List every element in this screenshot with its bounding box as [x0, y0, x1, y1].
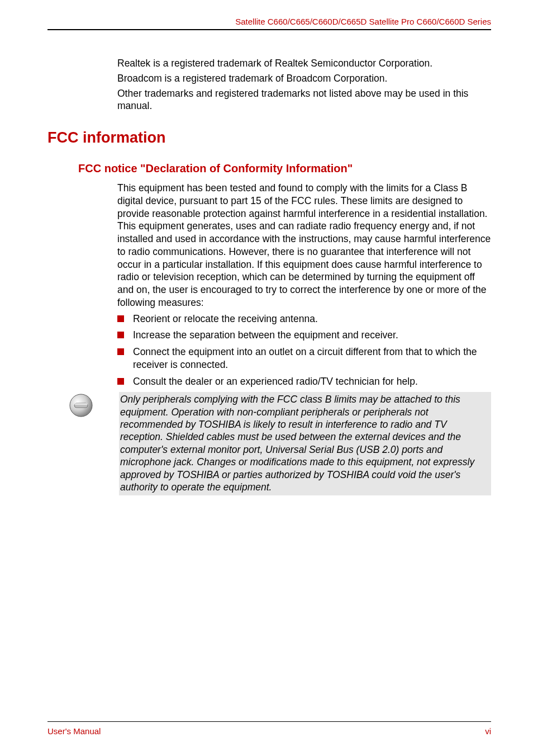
footer-page-number: vi: [485, 726, 491, 736]
page-header: Satellite C660/C665/C660D/C665D Satellit…: [47, 17, 491, 30]
list-item: Consult the dealer or an experienced rad…: [117, 375, 491, 388]
trademark-broadcom: Broadcom is a registered trademark of Br…: [117, 72, 491, 85]
page-footer: User's Manual vi: [47, 721, 491, 736]
svg-rect-2: [74, 403, 88, 405]
trademark-other: Other trademarks and registered trademar…: [117, 87, 491, 113]
fcc-subheading: FCC notice "Declaration of Conformity In…: [78, 162, 491, 175]
list-item: Connect the equipment into an outlet on …: [117, 346, 491, 371]
product-line-text: Satellite C660/C665/C660D/C665D Satellit…: [235, 17, 491, 26]
note-block: Only peripherals complying with the FCC …: [47, 392, 491, 495]
list-item: Reorient or relocate the receiving anten…: [117, 313, 491, 325]
trademark-realtek: Realtek is a registered trademark of Rea…: [117, 57, 491, 70]
list-item: Increase the separation between the equi…: [117, 329, 491, 342]
fcc-measures-list: Reorient or relocate the receiving anten…: [117, 313, 491, 388]
fcc-heading: FCC information: [47, 129, 491, 147]
note-text: Only peripherals complying with the FCC …: [119, 392, 491, 495]
footer-left: User's Manual: [47, 726, 101, 736]
fcc-body-paragraph: This equipment has been tested and found…: [117, 182, 491, 309]
note-icon: [69, 393, 94, 420]
